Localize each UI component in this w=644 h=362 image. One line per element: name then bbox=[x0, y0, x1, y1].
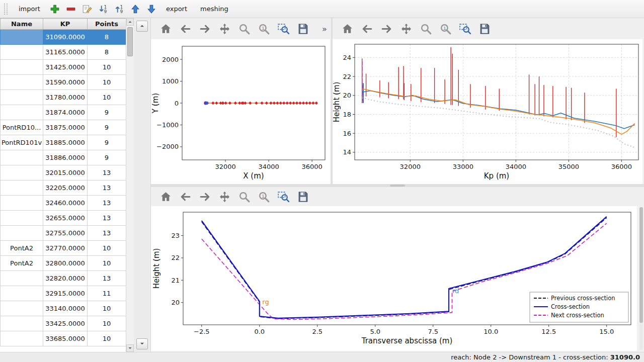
table-row[interactable]: 31425.000010 bbox=[1, 60, 126, 75]
table-row[interactable]: PontA232770.000010 bbox=[1, 241, 126, 256]
table-row[interactable]: 32820.000013 bbox=[1, 271, 126, 286]
points-cell[interactable]: 13 bbox=[88, 196, 126, 211]
kp-cell[interactable]: 32460.0000 bbox=[43, 196, 88, 211]
points-cell[interactable]: 9 bbox=[88, 135, 126, 150]
kp-cell[interactable]: 33425.0000 bbox=[43, 316, 88, 331]
kp-cell[interactable]: 31875.0000 bbox=[43, 120, 88, 135]
kp-cell[interactable]: 31885.0000 bbox=[43, 135, 88, 150]
kp-cell[interactable]: 31780.0000 bbox=[43, 90, 88, 105]
points-cell[interactable]: 13 bbox=[88, 180, 126, 196]
table-row[interactable]: 31165.00008 bbox=[1, 45, 126, 60]
toolbar-overflow-chevron[interactable]: » bbox=[322, 24, 327, 34]
profile-zoom-original-button[interactable]: 1 bbox=[437, 21, 454, 37]
cross-section-zoom-original-button[interactable]: 1 bbox=[255, 189, 272, 205]
profile-save-button[interactable] bbox=[476, 21, 493, 37]
profile-zoom-button[interactable] bbox=[417, 21, 434, 37]
points-cell[interactable]: 13 bbox=[88, 226, 126, 241]
toolbar-grip-handle[interactable] bbox=[4, 4, 8, 15]
scroll-rows-down-button[interactable] bbox=[136, 338, 148, 349]
longitudinal-profile-chart[interactable]: 3200033000340003500036000141618202224Kp … bbox=[333, 39, 642, 184]
cross-section-home-button[interactable] bbox=[157, 189, 174, 205]
cross-section-pan-button[interactable] bbox=[216, 189, 233, 205]
table-row[interactable]: 32655.000013 bbox=[1, 211, 126, 226]
table-row[interactable]: PontRD101v31885.00009 bbox=[1, 135, 126, 150]
name-cell[interactable] bbox=[1, 60, 43, 75]
table-row[interactable]: 33140.000010 bbox=[1, 301, 126, 316]
table-row[interactable]: 33425.000010 bbox=[1, 316, 126, 331]
name-cell[interactable] bbox=[1, 75, 43, 90]
table-row[interactable]: 31590.000010 bbox=[1, 75, 126, 90]
add-cross-section-button[interactable] bbox=[47, 2, 62, 16]
plan-home-button[interactable] bbox=[157, 21, 174, 37]
table-scrollbar[interactable] bbox=[126, 18, 134, 352]
plan-forward-button[interactable] bbox=[196, 21, 213, 37]
name-cell[interactable]: PontA2 bbox=[1, 256, 43, 271]
kp-cell[interactable]: 31425.0000 bbox=[43, 60, 88, 75]
scroll-rows-up-button[interactable] bbox=[136, 21, 148, 32]
cross-section-chart[interactable]: −2.50.02.55.07.510.012.515.020212223Tran… bbox=[151, 206, 637, 351]
plan-zoom-original-button[interactable]: 1 bbox=[255, 21, 272, 37]
points-cell[interactable]: 9 bbox=[88, 105, 126, 120]
meshing-button[interactable]: meshing bbox=[194, 2, 234, 16]
points-cell[interactable]: 11 bbox=[88, 286, 126, 301]
splitter-handle[interactable] bbox=[390, 185, 405, 187]
name-cell[interactable] bbox=[1, 45, 43, 60]
table-row[interactable]: 33685.000010 bbox=[1, 331, 126, 346]
column-header-kp[interactable]: KP bbox=[43, 19, 88, 30]
kp-cell[interactable]: 33685.0000 bbox=[43, 331, 88, 346]
plan-save-button[interactable] bbox=[294, 21, 311, 37]
import-button[interactable]: import bbox=[13, 2, 46, 16]
points-cell[interactable]: 9 bbox=[88, 150, 126, 165]
points-cell[interactable]: 8 bbox=[88, 45, 126, 60]
kp-cell[interactable]: 32915.0000 bbox=[43, 286, 88, 301]
kp-cell[interactable]: 31886.0000 bbox=[43, 150, 88, 165]
name-cell[interactable] bbox=[1, 90, 43, 105]
kp-cell[interactable]: 31090.0000 bbox=[43, 30, 88, 45]
plan-pan-button[interactable] bbox=[216, 21, 233, 37]
table-row[interactable]: 32755.000013 bbox=[1, 226, 126, 241]
cross-section-save-button[interactable] bbox=[294, 189, 311, 205]
kp-cell[interactable]: 32755.0000 bbox=[43, 226, 88, 241]
table-row[interactable]: PontA232800.000010 bbox=[1, 256, 126, 271]
name-cell[interactable] bbox=[1, 301, 43, 316]
kp-cell[interactable]: 32800.0000 bbox=[43, 256, 88, 271]
cross-section-forward-button[interactable] bbox=[196, 189, 213, 205]
table-row[interactable]: PontRD10...31875.00009 bbox=[1, 120, 126, 135]
edit-cross-section-button[interactable] bbox=[79, 2, 95, 16]
table-row[interactable]: 32915.000011 bbox=[1, 286, 126, 301]
points-cell[interactable]: 13 bbox=[88, 211, 126, 226]
name-cell[interactable] bbox=[1, 286, 43, 301]
name-cell[interactable] bbox=[1, 196, 43, 211]
name-cell[interactable]: PontA2 bbox=[1, 241, 43, 256]
name-cell[interactable] bbox=[1, 30, 43, 45]
points-cell[interactable]: 10 bbox=[88, 75, 126, 90]
remove-cross-section-button[interactable] bbox=[63, 2, 78, 16]
table-row[interactable]: 32205.000013 bbox=[1, 180, 126, 196]
points-cell[interactable]: 8 bbox=[88, 30, 126, 45]
name-cell[interactable]: PontRD10... bbox=[1, 120, 43, 135]
kp-cell[interactable]: 32770.0000 bbox=[43, 241, 88, 256]
name-cell[interactable] bbox=[1, 211, 43, 226]
sort-descending-button[interactable]: 19 bbox=[96, 2, 111, 16]
points-cell[interactable]: 10 bbox=[88, 60, 126, 75]
table-row[interactable]: 31886.00009 bbox=[1, 150, 126, 165]
profile-pan-button[interactable] bbox=[397, 21, 415, 37]
move-up-button[interactable] bbox=[128, 2, 143, 16]
plan-zoom-button[interactable] bbox=[235, 21, 253, 37]
profile-back-button[interactable] bbox=[358, 21, 375, 37]
name-cell[interactable] bbox=[1, 271, 43, 286]
table-row[interactable]: 31090.00008 bbox=[1, 30, 126, 45]
name-cell[interactable] bbox=[1, 150, 43, 165]
points-cell[interactable]: 13 bbox=[88, 165, 126, 180]
kp-cell[interactable]: 32205.0000 bbox=[43, 180, 88, 196]
profile-forward-button[interactable] bbox=[378, 21, 395, 37]
points-cell[interactable]: 10 bbox=[88, 331, 126, 346]
cross-section-scrollbar-thumb[interactable] bbox=[639, 207, 643, 323]
points-cell[interactable]: 10 bbox=[88, 256, 126, 271]
plan-view-chart[interactable]: 320003400036000−2000−1000010002000X (m)Y… bbox=[151, 39, 330, 184]
cross-section-scrollbar[interactable] bbox=[639, 207, 643, 350]
cross-section-back-button[interactable] bbox=[177, 189, 194, 205]
table-row[interactable]: 32460.000013 bbox=[1, 196, 126, 211]
kp-cell[interactable]: 31874.0000 bbox=[43, 105, 88, 120]
name-cell[interactable]: PontRD101v bbox=[1, 135, 43, 150]
